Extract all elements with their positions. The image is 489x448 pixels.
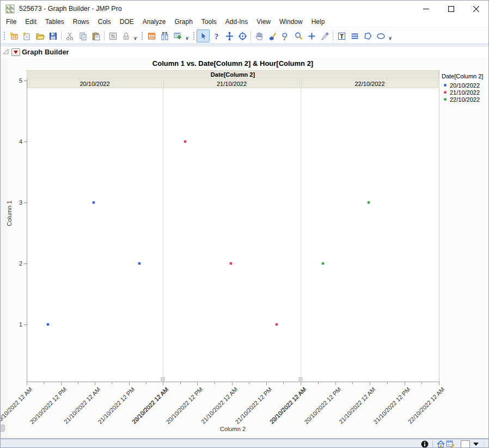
add-table-icon[interactable] bbox=[171, 29, 184, 42]
maximize-button[interactable] bbox=[438, 1, 463, 17]
data-point[interactable] bbox=[276, 323, 278, 326]
menu-item-analyze[interactable]: Analyze bbox=[138, 17, 170, 27]
y-tick-label[interactable]: 2 bbox=[8, 260, 22, 267]
resize-grip[interactable] bbox=[483, 441, 485, 447]
dropdown-caret-icon[interactable] bbox=[473, 443, 479, 446]
legend-item[interactable]: 20/10/2022 bbox=[442, 82, 488, 89]
x-tick-label[interactable]: 21/10/2022 12 AM bbox=[338, 386, 377, 425]
scalpel-tool[interactable] bbox=[318, 29, 331, 42]
red-triangle-menu-button[interactable] bbox=[11, 48, 20, 56]
toolbar-overflow-button[interactable]: ▼ bbox=[387, 30, 393, 42]
panel-background[interactable] bbox=[301, 70, 439, 382]
paste-icon[interactable] bbox=[89, 29, 102, 42]
target-tool[interactable] bbox=[236, 29, 249, 42]
color-swatch[interactable] bbox=[461, 440, 470, 448]
x-tick-label[interactable]: 20/10/2022 12 AM bbox=[0, 386, 33, 425]
y-tick-label[interactable]: 1 bbox=[8, 321, 22, 328]
menu-item-graph[interactable]: Graph bbox=[170, 17, 197, 27]
toolbar-overflow-button[interactable]: ▼ bbox=[184, 30, 190, 42]
annotate-polygon[interactable] bbox=[361, 29, 374, 42]
menu-item-rows[interactable]: Rows bbox=[69, 17, 94, 27]
annotate-lines[interactable] bbox=[348, 29, 361, 42]
help-tool[interactable]: ? bbox=[210, 29, 223, 42]
y-tick-label[interactable]: 4 bbox=[8, 138, 22, 145]
data-point[interactable] bbox=[230, 262, 233, 265]
toolbar-grip[interactable] bbox=[140, 31, 143, 41]
toolbar-grip[interactable] bbox=[192, 31, 195, 41]
brush-tool[interactable] bbox=[266, 29, 279, 42]
x-tick-label[interactable]: 21/10/2022 12 PM bbox=[234, 386, 273, 425]
close-button[interactable] bbox=[463, 1, 488, 17]
columns-viewer-icon[interactable] bbox=[158, 29, 171, 42]
panel-boundary-handle[interactable] bbox=[299, 377, 303, 381]
x-tick-label[interactable]: 21/10/2022 12 PM bbox=[96, 386, 136, 425]
menu-item-tools[interactable]: Tools bbox=[197, 17, 221, 27]
lasso-tool[interactable] bbox=[279, 29, 292, 42]
lock-icon[interactable] bbox=[119, 29, 132, 42]
crosshair-tool[interactable] bbox=[305, 29, 318, 42]
menu-item-doe[interactable]: DOE bbox=[115, 17, 138, 27]
magnifier-tool[interactable] bbox=[292, 29, 305, 42]
minimize-button[interactable] bbox=[413, 1, 438, 17]
x-tick bbox=[78, 382, 78, 384]
script-preview-icon[interactable] bbox=[106, 29, 119, 42]
x-tick-label[interactable]: 20/10/2022 12 PM bbox=[28, 386, 68, 425]
panel-background[interactable] bbox=[163, 70, 301, 382]
x-tick-label[interactable]: 20/10/2022 12 PM bbox=[303, 386, 342, 425]
panel-header-1[interactable]: 20/10/2022 bbox=[27, 79, 162, 88]
x-tick-label[interactable]: 20/10/2022 12 AM bbox=[268, 386, 308, 425]
new-journal-icon[interactable] bbox=[20, 29, 33, 42]
copy-icon[interactable] bbox=[76, 29, 89, 42]
window-list-icon[interactable] bbox=[445, 440, 455, 448]
x-tick-label[interactable]: 20/10/2022 12 AM bbox=[131, 386, 170, 425]
annotate-oval[interactable] bbox=[374, 29, 387, 42]
grabber-hand[interactable] bbox=[253, 29, 266, 42]
arrow-cursor[interactable] bbox=[197, 29, 210, 42]
menu-item-file[interactable]: File bbox=[2, 17, 21, 27]
graph-builder-canvas[interactable]: Column 1 vs. Date[Column 2] & Hour[Colum… bbox=[1, 58, 489, 438]
x-tick-label[interactable]: 21/10/2022 12 PM bbox=[372, 386, 411, 425]
menu-item-addins[interactable]: Add-Ins bbox=[221, 17, 252, 27]
menu-item-help[interactable]: Help bbox=[307, 17, 329, 27]
data-point[interactable] bbox=[321, 262, 324, 265]
annotate-text[interactable]: T bbox=[335, 29, 348, 42]
x-tick-label[interactable]: 20/10/2022 12 PM bbox=[165, 386, 204, 425]
x-axis-title[interactable]: Column 2 bbox=[220, 426, 246, 432]
y-tick-label[interactable]: 5 bbox=[8, 77, 22, 84]
menu-item-cols[interactable]: Cols bbox=[94, 17, 115, 27]
save-icon[interactable] bbox=[46, 29, 59, 42]
y-axis-line[interactable] bbox=[27, 70, 27, 382]
menu-item-view[interactable]: View bbox=[252, 17, 275, 27]
data-point[interactable] bbox=[138, 262, 141, 265]
panel-boundary-handle[interactable] bbox=[161, 377, 165, 381]
data-table-grid-icon[interactable] bbox=[145, 29, 158, 42]
splitter-handle[interactable] bbox=[1, 425, 5, 432]
panel-header-3[interactable]: 22/10/2022 bbox=[301, 79, 438, 88]
home-icon[interactable] bbox=[436, 440, 445, 448]
data-point[interactable] bbox=[184, 140, 187, 143]
data-point[interactable] bbox=[368, 201, 370, 204]
y-axis-title[interactable]: Column 1 bbox=[6, 200, 13, 226]
x-tick-label[interactable]: 22/10/2022 12 AM bbox=[407, 386, 446, 425]
x-axis-line[interactable] bbox=[27, 382, 439, 382]
open-folder-icon[interactable] bbox=[33, 29, 46, 42]
toolbar-grip[interactable] bbox=[3, 31, 5, 41]
data-point[interactable] bbox=[93, 201, 95, 204]
toolbar-overflow-button[interactable]: ▼ bbox=[132, 30, 138, 42]
x-tick-label[interactable]: 21/10/2022 12 AM bbox=[199, 386, 239, 425]
menu-item-window[interactable]: Window bbox=[275, 17, 307, 27]
group-header-band[interactable]: Date[Column 2] bbox=[27, 70, 439, 79]
legend-item[interactable]: 21/10/2022 bbox=[442, 89, 488, 96]
menu-item-edit[interactable]: Edit bbox=[21, 17, 41, 27]
x-tick-label[interactable]: 21/10/2022 12 AM bbox=[63, 386, 102, 425]
info-icon[interactable] bbox=[420, 440, 430, 448]
collapse-triangle-icon[interactable] bbox=[2, 47, 9, 57]
menu-item-tables[interactable]: Tables bbox=[41, 17, 69, 27]
move-tool[interactable] bbox=[223, 29, 236, 42]
new-data-table-icon[interactable] bbox=[7, 29, 20, 42]
legend-item[interactable]: 22/10/2022 bbox=[442, 96, 488, 103]
panel-header-2[interactable]: 21/10/2022 bbox=[163, 79, 300, 88]
cut-icon[interactable] bbox=[63, 29, 76, 42]
data-point[interactable] bbox=[47, 323, 50, 326]
panel-background[interactable] bbox=[27, 70, 163, 382]
